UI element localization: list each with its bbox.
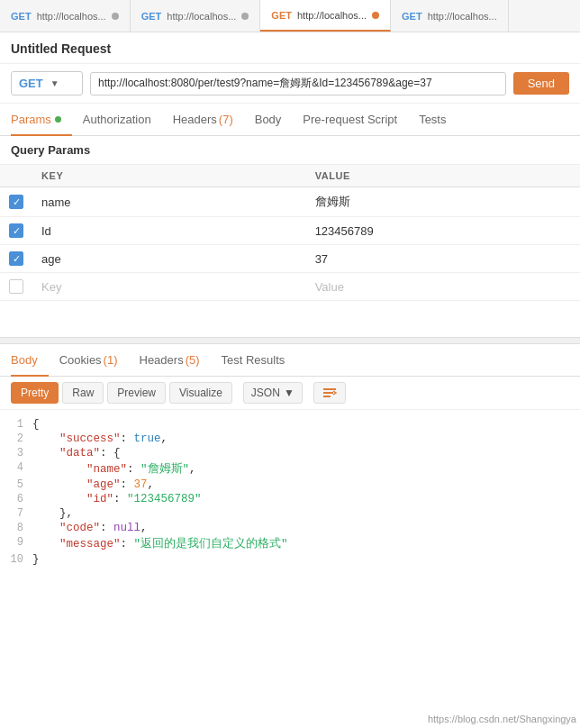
response-nav-cookies[interactable]: Cookies (1) — [49, 344, 129, 377]
row3-checkbox[interactable]: ✓ — [9, 251, 23, 266]
spacer — [0, 301, 580, 337]
tab-method-1: GET — [11, 11, 32, 22]
tab-2[interactable]: GET http://localhos... — [131, 0, 261, 32]
sub-nav-tests[interactable]: Tests — [408, 104, 457, 136]
col-value-header: VALUE — [306, 165, 580, 187]
json-line-5: 5 "age": 37, — [0, 478, 580, 492]
check-icon: ✓ — [13, 254, 21, 264]
tab-method-4: GET — [402, 11, 422, 22]
body-label: Body — [255, 113, 282, 126]
line-content-7: }, — [32, 507, 580, 520]
line-content-5: "age": 37, — [32, 478, 580, 491]
tab-4[interactable]: GET http://localhos... — [391, 0, 509, 32]
send-button[interactable]: Send — [513, 72, 569, 95]
json-line-8: 8 "code": null, — [0, 521, 580, 535]
tabs-bar: GET http://localhos... GET http://localh… — [0, 0, 580, 32]
type-label: JSON — [251, 387, 280, 399]
col-check-header — [0, 165, 32, 187]
row2-check-cell: ✓ — [0, 217, 32, 245]
response-nav-body[interactable]: Body — [11, 344, 49, 377]
headers-badge: (7) — [219, 113, 233, 126]
tab-3[interactable]: GET http://localhos... — [260, 0, 391, 32]
params-label: Params — [11, 113, 51, 126]
test-results-label: Test Results — [222, 353, 285, 367]
response-nav-test-results[interactable]: Test Results — [211, 344, 296, 377]
authorization-label: Authorization — [83, 113, 151, 126]
response-headers-label: Headers — [140, 353, 184, 367]
row3-key[interactable]: age — [32, 245, 306, 273]
preview-btn[interactable]: Preview — [107, 382, 166, 404]
wrap-btn[interactable] — [313, 382, 346, 404]
col-key-header: KEY — [32, 165, 306, 187]
sub-nav-headers[interactable]: Headers (7) — [162, 104, 244, 136]
tab-url-3: http://localhos... — [297, 10, 367, 21]
placeholder-key[interactable]: Key — [32, 273, 306, 301]
tab-dot-1 — [112, 13, 119, 20]
line-num-10: 10 — [0, 553, 32, 566]
check-icon: ✓ — [13, 197, 21, 207]
visualize-btn[interactable]: Visualize — [169, 382, 232, 404]
row3-check-cell: ✓ — [0, 245, 32, 273]
sub-nav-authorization[interactable]: Authorization — [72, 104, 162, 136]
row1-key[interactable]: name — [32, 187, 306, 217]
row1-value[interactable]: 詹姆斯 — [306, 187, 580, 217]
pre-request-label: Pre-request Script — [303, 113, 397, 126]
row1-checkbox[interactable]: ✓ — [9, 195, 23, 209]
params-table: KEY VALUE ✓ name 詹姆斯 ✓ — [0, 165, 580, 301]
line-content-3: "data": { — [32, 447, 580, 460]
wrap-lines-icon — [322, 387, 338, 399]
raw-btn[interactable]: Raw — [62, 382, 104, 404]
line-num-7: 7 — [0, 507, 32, 520]
tab-url-4: http://localhos... — [428, 11, 497, 22]
section-divider — [0, 337, 580, 344]
tab-method-3: GET — [271, 10, 292, 21]
json-line-9: 9 "message": "返回的是我们自定义的格式" — [0, 535, 580, 552]
line-num-2: 2 — [0, 432, 32, 445]
row2-checkbox[interactable]: ✓ — [9, 223, 23, 238]
url-bar: GET ▼ Send — [0, 64, 580, 104]
tests-label: Tests — [419, 113, 446, 126]
pretty-btn[interactable]: Pretty — [11, 382, 59, 404]
method-select[interactable]: GET ▼ — [11, 71, 83, 96]
line-num-1: 1 — [0, 418, 32, 431]
response-headers-badge: (5) — [186, 353, 200, 367]
response-cookies-label: Cookies — [59, 353, 102, 367]
chevron-down-icon: ▼ — [50, 78, 59, 88]
placeholder-checkbox[interactable] — [9, 279, 23, 294]
url-input[interactable] — [90, 72, 506, 96]
json-line-1: 1 { — [0, 417, 580, 432]
headers-label: Headers — [173, 113, 217, 126]
line-content-9: "message": "返回的是我们自定义的格式" — [32, 536, 580, 551]
response-toolbar: Pretty Raw Preview Visualize JSON ▼ — [0, 377, 580, 410]
table-row-placeholder: Key Value — [0, 273, 580, 301]
sub-nav-pre-request[interactable]: Pre-request Script — [292, 104, 408, 136]
row3-value[interactable]: 37 — [306, 245, 580, 273]
check-icon: ✓ — [13, 226, 21, 236]
line-content-10: } — [32, 553, 580, 566]
cookies-badge: (1) — [104, 353, 118, 367]
chevron-down-icon: ▼ — [284, 387, 295, 399]
sub-nav-params[interactable]: Params — [11, 104, 72, 136]
sub-nav-body[interactable]: Body — [244, 104, 293, 136]
row2-value[interactable]: 123456789 — [306, 217, 580, 245]
request-title: Untitled Request — [0, 32, 580, 64]
type-dropdown[interactable]: JSON ▼ — [243, 382, 303, 404]
response-nav-headers[interactable]: Headers (5) — [129, 344, 211, 377]
line-num-6: 6 — [0, 493, 32, 505]
json-line-4: 4 "name": "詹姆斯", — [0, 460, 580, 478]
json-line-7: 7 }, — [0, 506, 580, 521]
json-line-2: 2 "success": true, — [0, 432, 580, 446]
tab-1[interactable]: GET http://localhos... — [0, 0, 131, 32]
tab-dot-3 — [372, 12, 379, 19]
params-active-dot — [55, 116, 61, 123]
line-num-3: 3 — [0, 447, 32, 460]
line-content-2: "success": true, — [32, 432, 580, 445]
placeholder-value[interactable]: Value — [306, 273, 580, 301]
row1-check-cell: ✓ — [0, 187, 32, 217]
json-line-6: 6 "id": "123456789" — [0, 492, 580, 506]
line-num-4: 4 — [0, 461, 32, 474]
table-row: ✓ Id 123456789 — [0, 217, 580, 245]
tab-url-2: http://localhos... — [167, 11, 236, 22]
response-body-label: Body — [11, 353, 38, 367]
row2-key[interactable]: Id — [32, 217, 306, 245]
